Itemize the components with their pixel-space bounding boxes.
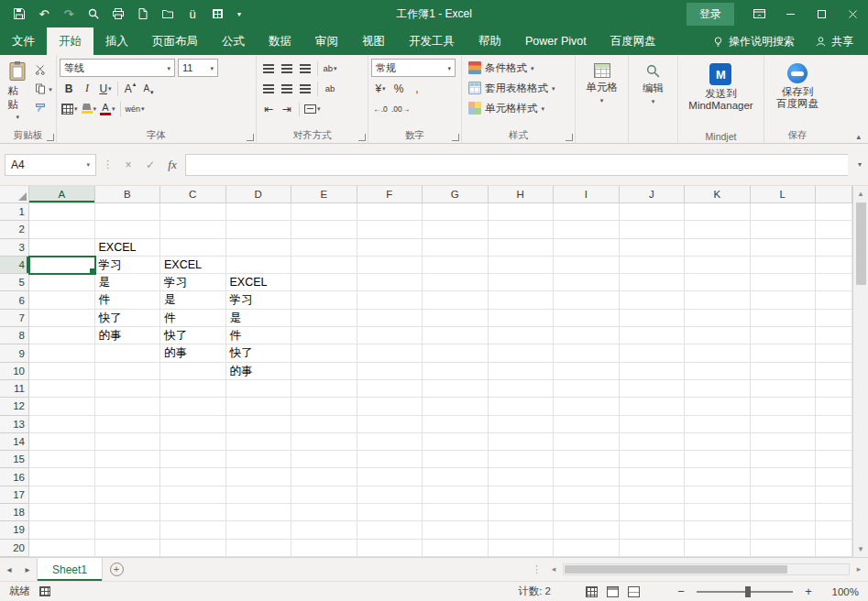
cell-D8[interactable]: 件: [226, 327, 292, 344]
cell-L16[interactable]: [751, 468, 817, 486]
cell-L15[interactable]: [751, 451, 817, 468]
cell-A14[interactable]: [29, 433, 95, 451]
cell-D16[interactable]: [226, 468, 292, 486]
cell-K9[interactable]: [685, 344, 751, 362]
maximize-icon[interactable]: [806, 0, 837, 27]
formula-input[interactable]: [185, 154, 848, 176]
tab-split-handle[interactable]: ⋮: [529, 563, 544, 575]
column-header-F[interactable]: F: [357, 186, 423, 203]
hscroll-right-icon[interactable]: ▸: [852, 562, 866, 577]
cell-K14[interactable]: [685, 433, 751, 451]
cell-I6[interactable]: [554, 291, 620, 309]
phonetic-guide-icon[interactable]: ü: [185, 6, 200, 21]
cell-B6[interactable]: 件: [95, 291, 161, 309]
login-button[interactable]: 登录: [687, 3, 734, 26]
cell-I16[interactable]: [554, 468, 620, 486]
tell-me-search[interactable]: 操作说明搜索: [712, 34, 795, 49]
cell-J2[interactable]: [620, 221, 686, 238]
cell-H3[interactable]: [489, 239, 555, 257]
cell-G8[interactable]: [423, 327, 489, 344]
cell-J5[interactable]: [620, 274, 686, 291]
cell-G9[interactable]: [423, 344, 489, 362]
cell-F18[interactable]: [357, 504, 423, 521]
cell-G14[interactable]: [423, 433, 489, 451]
align-bottom-icon[interactable]: [296, 60, 314, 77]
row-header-19[interactable]: 19: [0, 521, 29, 539]
cell-C17[interactable]: [160, 486, 226, 504]
align-top-icon[interactable]: [259, 60, 278, 77]
decrease-indent-icon[interactable]: ⇤: [259, 100, 278, 117]
cell-G19[interactable]: [423, 521, 489, 539]
cell-B4[interactable]: 学习: [95, 257, 161, 274]
cell-A6[interactable]: [29, 291, 95, 309]
column-header-L[interactable]: L: [751, 186, 817, 203]
cell-I19[interactable]: [554, 521, 620, 539]
cell-C16[interactable]: [160, 468, 226, 486]
cell-K20[interactable]: [685, 540, 751, 557]
cell-J4[interactable]: [620, 257, 686, 274]
cell-G5[interactable]: [423, 274, 489, 291]
cell-G16[interactable]: [423, 468, 489, 486]
tab-review[interactable]: 审阅: [303, 27, 350, 55]
cell-D12[interactable]: [226, 398, 292, 415]
cell-A2[interactable]: [29, 221, 95, 238]
cell-A13[interactable]: [29, 416, 95, 433]
cell-G7[interactable]: [423, 310, 489, 327]
cell-L17[interactable]: [751, 486, 817, 504]
cell-B13[interactable]: [95, 416, 161, 433]
column-header-C[interactable]: C: [160, 186, 226, 203]
cell-B16[interactable]: [95, 468, 161, 486]
zoom-out-button[interactable]: −: [675, 585, 687, 598]
align-middle-icon[interactable]: [278, 60, 296, 77]
cell-H7[interactable]: [489, 310, 555, 327]
open-file-icon[interactable]: [160, 6, 175, 21]
cell-L19[interactable]: [751, 521, 817, 539]
cell-E19[interactable]: [291, 521, 357, 539]
cell-I20[interactable]: [554, 540, 620, 557]
cell-C11[interactable]: [160, 380, 226, 398]
close-icon[interactable]: [837, 0, 868, 27]
cell-F6[interactable]: [357, 291, 423, 309]
cell-I1[interactable]: [554, 203, 620, 221]
cell-A3[interactable]: [29, 239, 95, 257]
clipboard-dialog-launcher[interactable]: [47, 134, 54, 141]
cell-A19[interactable]: [29, 521, 95, 539]
cell-B12[interactable]: [95, 398, 161, 415]
cell-D7[interactable]: 是: [226, 310, 292, 327]
tab-file[interactable]: 文件: [0, 27, 47, 55]
tab-home[interactable]: 开始: [47, 27, 93, 55]
cell-K13[interactable]: [685, 416, 751, 433]
cell-D19[interactable]: [226, 521, 292, 539]
cell-F8[interactable]: [357, 327, 423, 344]
cell-G6[interactable]: [423, 291, 489, 309]
cell-K18[interactable]: [685, 504, 751, 521]
cell-C9[interactable]: 的事: [160, 344, 226, 362]
column-header-I[interactable]: I: [554, 186, 620, 203]
column-header-E[interactable]: E: [291, 186, 357, 203]
cell-J19[interactable]: [620, 521, 686, 539]
formula-bar-expand-icon[interactable]: ▾: [852, 160, 868, 169]
cell-C10[interactable]: [160, 363, 226, 380]
cell-C5[interactable]: 学习: [160, 274, 226, 291]
cell-G17[interactable]: [423, 486, 489, 504]
column-header-G[interactable]: G: [423, 186, 489, 203]
align-center-icon[interactable]: [278, 80, 296, 97]
cell-F20[interactable]: [357, 540, 423, 557]
cell-E8[interactable]: [291, 327, 357, 344]
cell-H20[interactable]: [489, 540, 555, 557]
borders-icon[interactable]: ▾: [60, 100, 80, 117]
cell-J16[interactable]: [620, 468, 686, 486]
cell-B17[interactable]: [95, 486, 161, 504]
page-break-view-icon[interactable]: [628, 586, 640, 597]
cell-L13[interactable]: [751, 416, 817, 433]
cell-A11[interactable]: [29, 380, 95, 398]
cell-H18[interactable]: [489, 504, 555, 521]
cell-L5[interactable]: [751, 274, 817, 291]
cell-B15[interactable]: [95, 451, 161, 468]
cell-B2[interactable]: [95, 221, 161, 238]
cell-G1[interactable]: [423, 203, 489, 221]
tab-power-pivot[interactable]: Power Pivot: [513, 27, 599, 55]
cell-G2[interactable]: [423, 221, 489, 238]
cell-D17[interactable]: [226, 486, 292, 504]
cell-I5[interactable]: [554, 274, 620, 291]
